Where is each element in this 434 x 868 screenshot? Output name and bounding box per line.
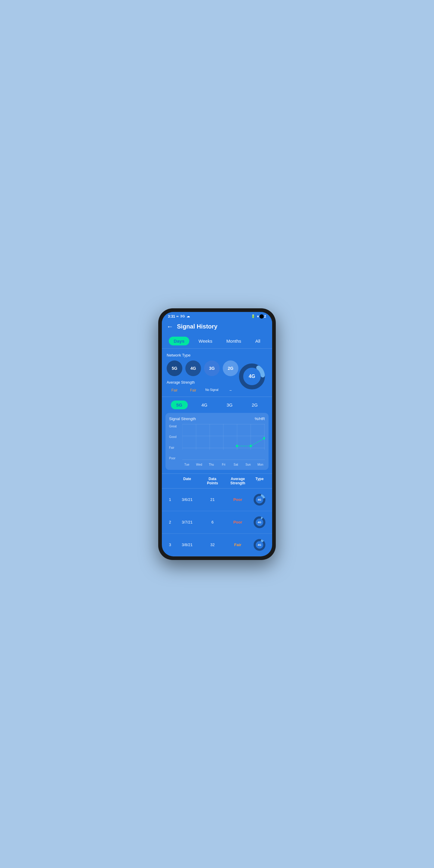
row-donut-label-2: 4G: [258, 521, 261, 524]
td-date-2: 3/7/21: [175, 520, 200, 524]
phone-frame: 3:31 ∞ 3G ☁ 🔋 ▼ ⊠ 2 ← Signal History Day…: [158, 308, 276, 560]
tab-days[interactable]: Days: [169, 337, 189, 345]
avg-4g: Fair: [185, 388, 201, 393]
network-circles-row: 5G 4G 3G 2G: [167, 361, 239, 376]
status-bar: 3:31 ∞ 3G ☁ 🔋 ▼ ⊠ 2: [162, 312, 272, 320]
chart-dot-sun: [250, 444, 252, 447]
chart-x-thu: Thu: [207, 463, 216, 466]
row-donut-2: 4G: [253, 516, 266, 529]
chart-x-sat: Sat: [231, 463, 241, 466]
back-button[interactable]: ←: [167, 323, 173, 331]
chart-container: Signal Strength %/HR Great Good Fair Poo…: [165, 413, 269, 470]
chart-x-wed: Wed: [195, 463, 204, 466]
td-type-3: 4G: [250, 538, 269, 551]
signal-tab-2g[interactable]: 2G: [246, 401, 263, 409]
avg-values: Fair Fair No Signal –: [167, 388, 239, 393]
avg-2g: –: [223, 388, 239, 393]
row-donut-label-1: 4G: [258, 498, 261, 501]
network-row: 5G 4G 3G 2G Average Strength Fair Fair N…: [167, 361, 267, 393]
chart-y-fair: Fair: [169, 446, 177, 450]
battery-icon: 🔋: [251, 314, 255, 318]
signal-tab-3g[interactable]: 3G: [221, 401, 238, 409]
status-left: 3:31 ∞ 3G ☁: [168, 314, 190, 318]
network-donut-chart: 4G: [239, 363, 266, 390]
top-bar: ← Signal History: [162, 320, 272, 334]
table-header: Date DataPoints AverageStrength Type: [162, 474, 272, 489]
row-donut-label-3: 4G: [258, 544, 261, 547]
chart-x-fri: Fri: [219, 463, 228, 466]
row-donut-3: 4G: [253, 538, 266, 551]
avg-5g: Fair: [167, 388, 182, 393]
page-title: Signal History: [177, 323, 217, 330]
network-circle-3g[interactable]: 3G: [204, 361, 220, 376]
chart-header: Signal Strength %/HR: [169, 416, 265, 421]
period-tabs: Days Weeks Months All: [162, 334, 272, 349]
chart-y-labels: Great Good Fair Poor: [169, 424, 177, 460]
td-strength-2: Poor: [225, 520, 250, 524]
chart-dot-mon: [263, 437, 265, 439]
tab-all[interactable]: All: [250, 337, 265, 345]
status-icons: ∞ 3G ☁: [176, 314, 190, 318]
time: 3:31: [168, 314, 175, 318]
chart-line-svg: [182, 424, 265, 455]
th-datapoints: DataPoints: [200, 477, 225, 485]
donut-center-label: 4G: [249, 374, 255, 379]
wifi-icon: ▼: [256, 315, 259, 318]
grid-line-4: [182, 460, 265, 460]
chart-x-tue: Tue: [182, 463, 191, 466]
data-table: Date DataPoints AverageStrength Type 1 3…: [162, 473, 272, 556]
chart-x-labels: Tue Wed Thu Fri Sat Sun Mon: [182, 463, 265, 466]
network-items: 5G 4G 3G 2G Average Strength Fair Fair N…: [167, 361, 239, 393]
chart-x-sun: Sun: [244, 463, 253, 466]
td-datapoints-1: 21: [200, 497, 225, 502]
th-num: [165, 477, 175, 485]
td-date-3: 3/8/21: [175, 542, 200, 547]
td-datapoints-2: 6: [200, 520, 225, 524]
td-type-1: 4G: [250, 493, 269, 506]
row-donut-1: 4G: [253, 493, 266, 506]
signal-tabs: 5G 4G 3G 2G: [162, 397, 272, 412]
phone-screen: 3:31 ∞ 3G ☁ 🔋 ▼ ⊠ 2 ← Signal History Day…: [162, 312, 272, 556]
battery-level: 2: [264, 314, 266, 318]
td-num-1: 1: [165, 497, 175, 502]
chart-title: Signal Strength: [169, 416, 196, 421]
chart-y-good: Good: [169, 435, 177, 438]
chart-y-poor: Poor: [169, 457, 177, 460]
table-row: 3 3/8/21 32 Fair 4G: [162, 534, 272, 556]
signal-tab-5g[interactable]: 5G: [171, 401, 188, 409]
network-circle-2g[interactable]: 2G: [223, 361, 239, 376]
network-type-label: Network Type: [167, 353, 267, 358]
td-datapoints-3: 32: [200, 542, 225, 547]
camera-notch: [259, 314, 264, 318]
table-row: 2 3/7/21 6 Poor 4G: [162, 511, 272, 534]
chart-area: Great Good Fair Poor: [169, 424, 265, 466]
th-type: Type: [250, 477, 269, 485]
chart-dot-sat: [236, 444, 239, 447]
chart-unit: %/HR: [255, 416, 265, 421]
network-section: Network Type 5G 4G 3G 2G Average Strengt…: [162, 349, 272, 397]
table-row: 1 3/6/21 21 Poor 4G: [162, 489, 272, 511]
th-date: Date: [175, 477, 200, 485]
td-strength-3: Fair: [225, 542, 250, 547]
tab-months[interactable]: Months: [221, 337, 246, 345]
network-circle-4g[interactable]: 4G: [185, 361, 201, 376]
td-num-3: 3: [165, 542, 175, 547]
chart-x-mon: Mon: [256, 463, 265, 466]
chart-y-great: Great: [169, 425, 177, 428]
td-date-1: 3/6/21: [175, 497, 200, 502]
td-num-2: 2: [165, 520, 175, 524]
signal-tab-4g[interactable]: 4G: [196, 401, 213, 409]
tab-weeks[interactable]: Weeks: [194, 337, 217, 345]
td-strength-1: Poor: [225, 497, 250, 502]
avg-strength-label: Average Strength: [167, 380, 239, 384]
th-avgstrength: AverageStrength: [225, 477, 250, 485]
network-circle-5g[interactable]: 5G: [167, 361, 182, 376]
status-right: 🔋 ▼ ⊠ 2: [251, 314, 266, 318]
td-type-2: 4G: [250, 516, 269, 529]
avg-3g: No Signal: [204, 388, 220, 393]
